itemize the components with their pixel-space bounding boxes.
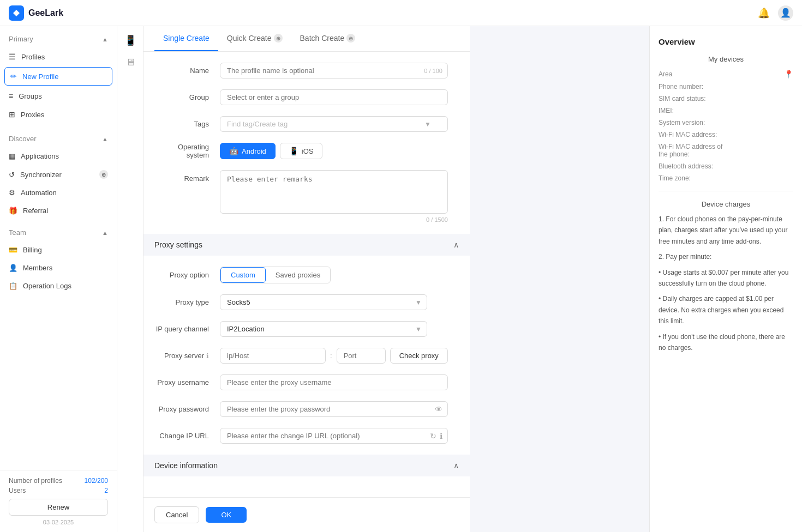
sidebar-item-profiles[interactable]: ☰ Profiles [0,47,117,66]
sidebar-item-proxies[interactable]: ⊞ Proxies [0,105,117,124]
cancel-button[interactable]: Cancel [154,506,199,523]
tags-dropdown-arrow-icon: ▼ [424,120,431,128]
name-label: Name [154,66,220,75]
proxy-type-label: Proxy type [154,298,220,306]
refresh-icon[interactable]: ↻ [430,432,436,440]
mobile-view-icon[interactable]: 📱 [121,31,140,50]
android-label: Android [242,147,266,155]
change-ip-help-icon[interactable]: ℹ [440,432,442,440]
proxy-password-input[interactable] [220,401,448,417]
logo: GeeLark [9,5,63,21]
wifi-mac-phone-label: Wi-Fi MAC address of the phone: [659,143,729,158]
tab-single-create[interactable]: Single Create [154,26,218,51]
sidebar-item-applications[interactable]: ▦ Applications [0,147,117,165]
chevron-up-icon: ▲ [102,36,108,43]
sidebar-group-discover[interactable]: Discover ▲ [0,130,117,147]
sidebar-section-discover: Discover ▲ ▦ Applications ↺ Synchronizer… [0,128,117,222]
group-input[interactable] [220,89,448,105]
name-counter: 0 / 100 [424,68,442,74]
user-avatar-icon[interactable]: 👤 [778,5,793,21]
proxy-username-input[interactable] [220,374,448,390]
icon-strip: 📱 🖥 [117,26,143,532]
tags-dropdown[interactable]: Find tag/Create tag ▼ [220,116,448,132]
proxy-port-input[interactable] [337,348,386,364]
device-info-list: Phone number: SIM card status: IMEI: Sys… [659,83,793,182]
proxy-server-help-icon[interactable]: ℹ [206,352,209,360]
users-row: Users 2 [9,487,108,494]
panel-title: Overview [659,37,793,46]
desktop-view-icon[interactable]: 🖥 [121,52,140,72]
proxy-option-saved-button[interactable]: Saved proxies [266,267,330,283]
users-value: 2 [104,487,108,494]
remark-input[interactable] [220,170,448,214]
renew-button[interactable]: Renew [9,499,108,516]
tags-select-wrapper: Find tag/Create tag ▼ [220,116,448,132]
port-colon: : [330,352,332,360]
proxy-option-group: Custom Saved proxies [220,267,331,283]
sidebar-item-referral[interactable]: 🎁 Referral [0,202,117,220]
sidebar-group-primary[interactable]: Primary ▲ [0,31,117,47]
group-input-wrapper [220,89,448,105]
members-label: Members [23,264,52,272]
form-row-change-ip: Change IP URL ↻ ℹ [154,428,448,444]
ip-query-select[interactable]: IP2Location ipinfo.io ip-api.com [220,321,427,337]
proxy-option-custom-button[interactable]: Custom [220,267,266,283]
synchronizer-badge: ⊕ [99,170,108,179]
automation-label: Automation [21,189,57,197]
ok-button[interactable]: OK [206,507,247,523]
sidebar-item-members[interactable]: 👤 Members [0,259,117,277]
proxy-settings-label: Proxy settings [154,240,202,249]
tab-quick-create[interactable]: Quick Create ⊕ [218,26,291,51]
timezone-label: Time zone: [659,174,729,182]
remark-label: Remark [154,170,220,183]
ip-query-label: IP query channel [154,325,220,333]
billing-icon: 💳 [9,246,17,254]
name-input[interactable] [220,63,448,78]
form-row-proxy-type: Proxy type Socks5 HTTP HTTPS SOCKS4 ▼ [154,294,448,310]
system-version-label: System version: [659,119,729,126]
form-row-proxy-password: Proxy password 👁 [154,401,448,417]
new-profile-label: New Profile [22,72,58,81]
tab-single-create-label: Single Create [163,34,210,43]
tab-batch-create[interactable]: Batch Create ⊕ [291,26,364,51]
android-os-button[interactable]: 🤖 Android [220,143,276,159]
sidebar-item-new-profile[interactable]: ✏ New Profile [4,67,112,86]
sidebar-item-billing[interactable]: 💳 Billing [0,241,117,259]
automation-icon: ⚙ [9,189,15,197]
proxy-settings-chevron-icon: ∧ [453,240,459,249]
check-proxy-button[interactable]: Check proxy [390,348,448,364]
imei-label: IMEI: [659,107,729,114]
proxy-type-select[interactable]: Socks5 HTTP HTTPS SOCKS4 [220,294,427,310]
bluetooth-label: Bluetooth address: [659,162,729,170]
panel-subtitle: My devices [659,55,793,63]
sidebar: Primary ▲ ☰ Profiles ✏ New Profile ≡ Gro… [0,26,117,532]
form-row-tags: Tags Find tag/Create tag ▼ [154,116,448,132]
sidebar-item-automation[interactable]: ⚙ Automation [0,184,117,202]
device-field-imei: IMEI: [659,107,793,114]
name-input-wrapper: 0 / 100 [220,63,448,78]
notification-icon[interactable]: 🔔 [756,5,771,21]
charge-item-3: • Usage starts at $0.007 per minute afte… [659,267,793,289]
proxy-host-input[interactable] [220,348,326,364]
device-info-header[interactable]: Device information ∧ [143,455,470,476]
new-profile-icon: ✏ [10,72,17,81]
sidebar-item-groups[interactable]: ≡ Groups [0,87,117,105]
password-toggle-icon[interactable]: 👁 [435,405,442,414]
profile-count-value: 102/200 [85,477,108,485]
change-ip-input[interactable] [220,428,448,444]
form-row-remark: Remark 0 / 1500 [154,170,448,223]
ios-icon: 📱 [289,147,298,155]
proxy-settings-header[interactable]: Proxy settings ∧ [143,234,470,256]
sidebar-section-team: Team ▲ 💳 Billing 👤 Members 📋 Operation L… [0,222,117,297]
ios-os-button[interactable]: 📱 iOS [280,143,323,159]
synchronizer-icon: ↺ [9,171,15,179]
tab-batch-create-label: Batch Create [300,34,345,43]
sidebar-item-synchronizer[interactable]: ↺ Synchronizer ⊕ [0,165,117,184]
sidebar-group-team[interactable]: Team ▲ [0,224,117,241]
ios-label: iOS [302,147,314,155]
phone-number-label: Phone number: [659,83,729,90]
os-label: Operating system [154,143,220,159]
form-footer: Cancel OK [143,497,470,532]
sidebar-item-operation-logs[interactable]: 📋 Operation Logs [0,277,117,295]
device-field-system: System version: [659,119,793,126]
